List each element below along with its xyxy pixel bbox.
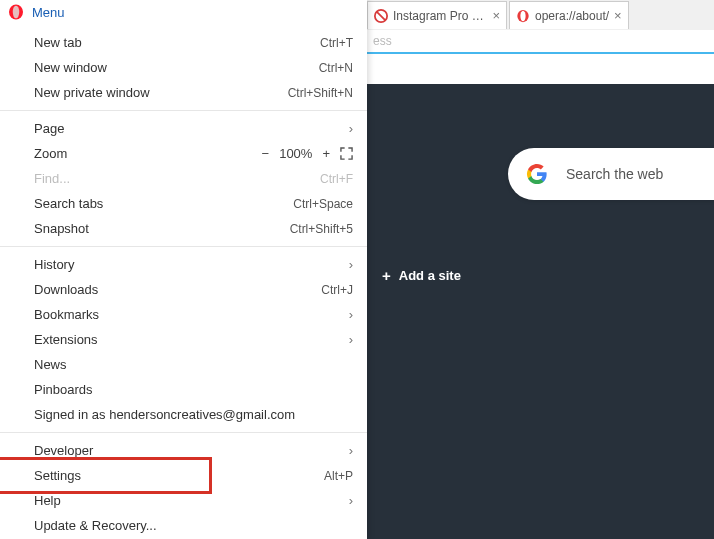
browser-tab[interactable]: opera://about/ × bbox=[509, 1, 629, 29]
menu-label: News bbox=[34, 357, 353, 372]
menu-label: Signed in as hendersoncreatives@gmail.co… bbox=[34, 407, 353, 422]
tab-label: Instagram Pro extens bbox=[393, 9, 487, 23]
chevron-right-icon: › bbox=[349, 443, 353, 458]
fullscreen-icon[interactable] bbox=[340, 147, 353, 160]
menu-item-zoom: Zoom−100%+ bbox=[0, 141, 367, 166]
menu-shortcut: Ctrl+J bbox=[311, 283, 353, 297]
search-placeholder: Search the web bbox=[566, 166, 663, 182]
menu-item-update-recovery[interactable]: Update & Recovery... bbox=[0, 513, 367, 538]
menu-separator bbox=[0, 110, 367, 111]
menu-separator bbox=[0, 246, 367, 247]
menu-label: Find... bbox=[34, 171, 310, 186]
menu-label: Pinboards bbox=[34, 382, 353, 397]
menu-shortcut: Alt+P bbox=[314, 469, 353, 483]
menu-item-extensions[interactable]: Extensions› bbox=[0, 327, 367, 352]
add-site-label: Add a site bbox=[399, 268, 461, 283]
menu-item-settings[interactable]: SettingsAlt+P bbox=[0, 463, 367, 488]
chevron-right-icon: › bbox=[349, 493, 353, 508]
chevron-right-icon: › bbox=[349, 307, 353, 322]
instagram-blocked-icon bbox=[374, 9, 388, 23]
menu-label: Developer bbox=[34, 443, 341, 458]
svg-point-3 bbox=[520, 10, 525, 21]
menu-item-page[interactable]: Page› bbox=[0, 116, 367, 141]
menu-item-help[interactable]: Help› bbox=[0, 488, 367, 513]
menu-shortcut: Ctrl+F bbox=[310, 172, 353, 186]
menu-item-downloads[interactable]: DownloadsCtrl+J bbox=[0, 277, 367, 302]
menu-shortcut: Ctrl+Shift+5 bbox=[280, 222, 353, 236]
zoom-out-button[interactable]: − bbox=[260, 146, 272, 161]
menu-item-search-tabs[interactable]: Search tabsCtrl+Space bbox=[0, 191, 367, 216]
zoom-in-button[interactable]: + bbox=[320, 146, 332, 161]
toolbar-gap bbox=[367, 54, 714, 84]
menu-separator bbox=[0, 432, 367, 433]
address-bar[interactable]: ess bbox=[367, 30, 714, 54]
menu-item-new-private-window[interactable]: New private windowCtrl+Shift+N bbox=[0, 80, 367, 105]
menu-label: Help bbox=[34, 493, 341, 508]
menu-label: New window bbox=[34, 60, 309, 75]
menu-item-history[interactable]: History› bbox=[0, 252, 367, 277]
menu-item-bookmarks[interactable]: Bookmarks› bbox=[0, 302, 367, 327]
menu-label: New tab bbox=[34, 35, 310, 50]
menu-label: Settings bbox=[34, 468, 314, 483]
svg-line-1 bbox=[377, 11, 386, 20]
menu-header[interactable]: Menu bbox=[0, 0, 367, 24]
close-icon[interactable]: × bbox=[492, 8, 500, 23]
chevron-right-icon: › bbox=[349, 332, 353, 347]
menu-label: Update & Recovery... bbox=[34, 518, 353, 533]
menu-item-new-window[interactable]: New windowCtrl+N bbox=[0, 55, 367, 80]
menu-label: Bookmarks bbox=[34, 307, 341, 322]
menu-item-snapshot[interactable]: SnapshotCtrl+Shift+5 bbox=[0, 216, 367, 241]
menu-item-find: Find...Ctrl+F bbox=[0, 166, 367, 191]
menu-label: History bbox=[34, 257, 341, 272]
chevron-right-icon: › bbox=[349, 257, 353, 272]
menu-item-news[interactable]: News bbox=[0, 352, 367, 377]
menu-title: Menu bbox=[32, 5, 65, 20]
menu-shortcut: Ctrl+N bbox=[309, 61, 353, 75]
opera-icon bbox=[8, 4, 24, 20]
tab-bar: Instagram Pro extens × opera://about/ × bbox=[367, 0, 714, 30]
menu-label: Page bbox=[34, 121, 341, 136]
menu-shortcut: Ctrl+Space bbox=[283, 197, 353, 211]
menu-list: New tabCtrl+TNew windowCtrl+NNew private… bbox=[0, 24, 367, 539]
menu-item-developer[interactable]: Developer› bbox=[0, 438, 367, 463]
menu-label: Snapshot bbox=[34, 221, 280, 236]
menu-label: Search tabs bbox=[34, 196, 283, 211]
add-site-button[interactable]: + Add a site bbox=[382, 267, 461, 284]
search-box[interactable]: Search the web bbox=[508, 148, 714, 200]
main-menu: Menu New tabCtrl+TNew windowCtrl+NNew pr… bbox=[0, 0, 367, 539]
browser-tab[interactable]: Instagram Pro extens × bbox=[367, 1, 507, 29]
close-icon[interactable]: × bbox=[614, 8, 622, 23]
zoom-value: 100% bbox=[279, 146, 312, 161]
zoom-label: Zoom bbox=[34, 146, 260, 161]
menu-label: New private window bbox=[34, 85, 278, 100]
tab-label: opera://about/ bbox=[535, 9, 609, 23]
menu-item-pinboards[interactable]: Pinboards bbox=[0, 377, 367, 402]
menu-shortcut: Ctrl+T bbox=[310, 36, 353, 50]
google-icon bbox=[526, 163, 548, 185]
menu-label: Downloads bbox=[34, 282, 311, 297]
menu-item-new-tab[interactable]: New tabCtrl+T bbox=[0, 30, 367, 55]
menu-item-signed-in-as-hendersoncreatives-gmail-com[interactable]: Signed in as hendersoncreatives@gmail.co… bbox=[0, 402, 367, 427]
menu-shortcut: Ctrl+Shift+N bbox=[278, 86, 353, 100]
chevron-right-icon: › bbox=[349, 121, 353, 136]
address-partial-text: ess bbox=[373, 34, 392, 48]
menu-label: Extensions bbox=[34, 332, 341, 347]
plus-icon: + bbox=[382, 267, 391, 284]
opera-icon bbox=[516, 9, 530, 23]
svg-point-6 bbox=[13, 6, 19, 19]
